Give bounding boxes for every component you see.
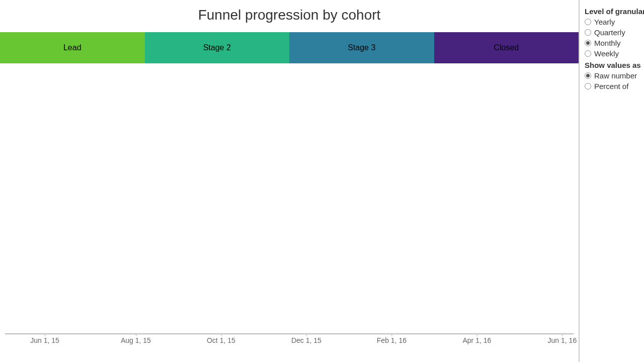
granularity-option-monthly[interactable]: Monthly (585, 39, 644, 47)
x-tick: Jun 1, 16 (548, 336, 577, 344)
granularity-option-weekly[interactable]: Weekly (585, 49, 644, 58)
x-tick: Apr 1, 16 (462, 336, 491, 344)
legend-item-lead[interactable]: Lead (0, 32, 145, 63)
granularity-option-yearly[interactable]: Yearly (585, 18, 644, 26)
radio-icon (585, 50, 591, 57)
x-tick: Aug 1, 15 (121, 336, 151, 344)
x-tick: Dec 1, 15 (291, 336, 321, 344)
radio-label: Quarterly (594, 28, 625, 37)
radio-label: Monthly (594, 39, 621, 47)
radio-label: Yearly (594, 18, 615, 26)
values-as-option-raw-number[interactable]: Raw number (585, 71, 644, 80)
x-tick: Oct 1, 15 (207, 336, 235, 344)
granularity-option-quarterly[interactable]: Quarterly (585, 28, 644, 37)
legend: LeadStage 2Stage 3Closed (0, 32, 579, 63)
radio-icon (585, 40, 591, 46)
radio-icon (585, 29, 591, 36)
radio-icon (585, 19, 591, 25)
chart-title: Funnel progression by cohort (0, 7, 579, 23)
radio-label: Percent of (594, 82, 628, 90)
granularity-title: Level of granularity (585, 7, 644, 16)
legend-item-closed[interactable]: Closed (434, 32, 579, 63)
plot-area (5, 90, 574, 334)
radio-label: Raw number (594, 71, 637, 80)
values-as-title: Show values as (585, 61, 644, 69)
radio-label: Weekly (594, 49, 619, 58)
radio-icon (585, 83, 591, 89)
radio-icon (585, 72, 591, 79)
x-axis: Jun 1, 15Aug 1, 15Oct 1, 15Dec 1, 15Feb … (5, 334, 574, 362)
x-tick: Jun 1, 15 (30, 336, 59, 344)
legend-item-stage-3[interactable]: Stage 3 (289, 32, 434, 63)
values-as-option-percent-of[interactable]: Percent of (585, 82, 644, 90)
controls-sidebar: Level of granularity YearlyQuarterlyMont… (579, 0, 644, 362)
legend-item-stage-2[interactable]: Stage 2 (145, 32, 290, 63)
x-tick: Feb 1, 16 (377, 336, 407, 344)
